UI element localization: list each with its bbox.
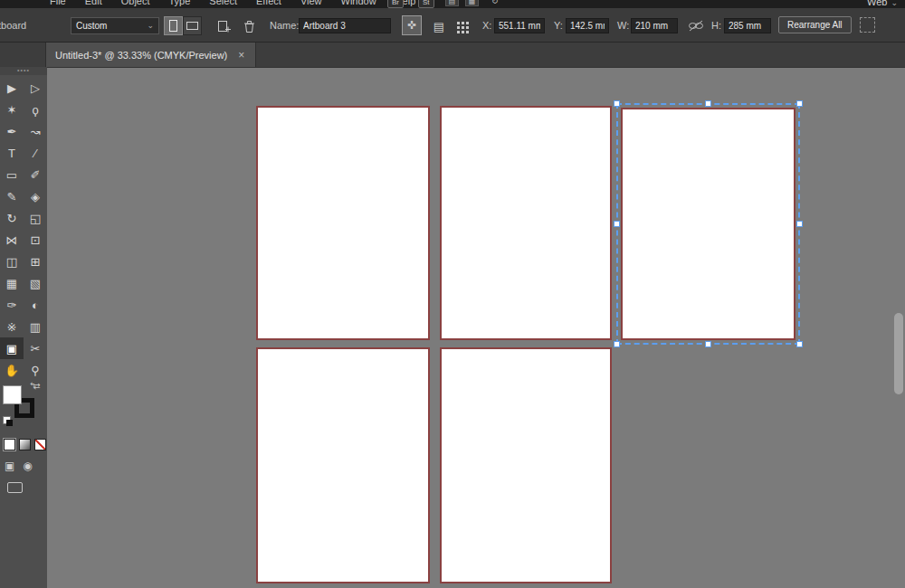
rectangle-tool[interactable]: ▭	[0, 164, 24, 185]
h-input[interactable]	[724, 18, 771, 33]
scale-tool[interactable]: ◱	[24, 207, 47, 229]
pencil-tool[interactable]: ✎	[0, 185, 24, 207]
artboard-control-bar: Artboard Custom ⌄ Name: ✜ ▤ X:	[0, 8, 905, 43]
arrange-documents-icon[interactable]: ▤	[445, 0, 459, 6]
eraser-tool[interactable]: ◈	[24, 185, 47, 207]
hand-tool[interactable]: ✋	[0, 359, 24, 381]
selection-handle[interactable]	[614, 221, 620, 227]
menu-edit[interactable]: Edit	[85, 0, 102, 6]
selection-handle[interactable]	[614, 341, 620, 347]
draw-behind-icon[interactable]: ◉	[23, 460, 32, 472]
artboard-name-input[interactable]	[299, 18, 391, 33]
menu-view[interactable]: View	[300, 0, 322, 6]
draw-normal-icon[interactable]: ▣	[5, 460, 14, 472]
direct-selection-tool[interactable]: ▷	[24, 77, 47, 99]
selection-handle[interactable]	[705, 100, 711, 107]
illustrator-window: File Edit Object Type Select Effect View…	[0, 0, 905, 588]
eyedropper-tool[interactable]: ✑	[0, 294, 24, 316]
free-transform-tool[interactable]: ⊡	[24, 229, 47, 251]
perspective-grid-tool[interactable]: ⊞	[24, 251, 47, 272]
y-label: Y:	[554, 20, 563, 31]
panel-grip[interactable]: ••••	[0, 67, 47, 75]
document-tab[interactable]: Untitled-3* @ 33.33% (CMYK/Preview) ×	[45, 43, 256, 67]
artboard-tool[interactable]: ▣	[0, 337, 24, 359]
change-screen-mode-button[interactable]	[7, 482, 23, 493]
delete-artboard-button[interactable]	[239, 16, 259, 36]
lasso-tool[interactable]: ϙ	[24, 99, 47, 120]
column-graph-tool[interactable]: ▥	[24, 316, 47, 337]
fill-swatch[interactable]	[3, 385, 22, 404]
line-segment-tool[interactable]: ∕	[24, 142, 47, 164]
menu-effect[interactable]: Effect	[256, 0, 281, 6]
selection-tool[interactable]: ▶	[0, 77, 24, 99]
w-label: W:	[617, 20, 629, 31]
grid-icon[interactable]	[457, 22, 460, 24]
zoom-tool[interactable]: ⚲	[24, 359, 47, 381]
artboard-3[interactable]	[621, 108, 795, 340]
stock-button[interactable]: St	[418, 0, 434, 8]
name-label: Name:	[270, 20, 299, 31]
type-tool[interactable]: T	[0, 142, 24, 164]
blend-tool[interactable]: ◐	[24, 294, 47, 316]
artboard-preset-select[interactable]: Custom ⌄	[71, 17, 159, 34]
pen-tool[interactable]: ✒	[0, 120, 24, 142]
mesh-tool[interactable]: ▦	[0, 272, 24, 294]
slice-tool[interactable]: ✂	[24, 337, 47, 359]
w-input[interactable]	[631, 18, 678, 33]
magic-wand-tool[interactable]: ✶	[0, 99, 24, 120]
move-artwork-toggle[interactable]: ✜	[402, 15, 422, 35]
selection-handle[interactable]	[796, 341, 803, 347]
menu-object[interactable]: Object	[121, 0, 150, 6]
portrait-button[interactable]	[164, 16, 183, 35]
y-input[interactable]	[566, 18, 609, 33]
vertical-scrollbar-thumb[interactable]	[894, 313, 903, 394]
swap-fill-stroke-icon[interactable]: ⇄	[33, 382, 41, 391]
gradient-tool[interactable]: ▧	[24, 272, 47, 294]
paintbrush-tool[interactable]: ✐	[24, 164, 47, 185]
bridge-button[interactable]: Br	[387, 0, 404, 8]
default-fill-stroke-icon[interactable]	[3, 416, 11, 424]
h-label: H:	[711, 20, 721, 31]
menu-type[interactable]: Type	[169, 0, 191, 6]
artboard-5[interactable]	[440, 347, 612, 583]
x-input[interactable]	[494, 18, 545, 33]
artboard-2[interactable]	[440, 106, 612, 340]
tools-grid: ▶ ▷ ✶ ϙ ✒ ↝ T ∕ ▭ ✐ ✎ ◈ ↻ ◱ ⋈ ⊡ ◫ ⊞ ▦ ▧ …	[0, 77, 47, 381]
color-mode-row	[4, 439, 46, 450]
preset-value: Custom	[76, 21, 107, 31]
orientation-group	[164, 16, 202, 35]
shape-builder-tool[interactable]: ◫	[0, 251, 24, 272]
artboard-options-button[interactable]: ▤	[429, 16, 449, 36]
chevron-down-icon: ⌄	[891, 0, 898, 7]
rearrange-all-button[interactable]: Rearrange All	[778, 16, 852, 33]
menu-file[interactable]: File	[50, 0, 66, 6]
landscape-icon	[186, 22, 198, 30]
menu-window[interactable]: Window	[341, 0, 376, 6]
selection-handle[interactable]	[705, 341, 711, 347]
new-artboard-button[interactable]	[214, 16, 233, 36]
symbol-sprayer-tool[interactable]: ※	[0, 316, 24, 337]
screen-mode-icon[interactable]: ▦	[465, 0, 479, 6]
artboard-bounds-icon[interactable]	[860, 17, 875, 33]
none-button[interactable]	[34, 439, 46, 450]
new-artboard-icon	[217, 20, 231, 33]
width-tool[interactable]: ⋈	[0, 229, 24, 251]
rotate-tool[interactable]: ↻	[0, 207, 24, 229]
selection-handle[interactable]	[796, 221, 803, 227]
trash-icon	[243, 20, 255, 33]
link-dimensions-icon[interactable]	[688, 20, 704, 33]
curvature-tool[interactable]: ↝	[24, 120, 47, 142]
landscape-button[interactable]	[183, 16, 202, 35]
menu-select[interactable]: Select	[209, 0, 237, 6]
artboard-1[interactable]	[256, 106, 430, 340]
close-tab-icon[interactable]: ×	[238, 49, 244, 62]
move-crosshair-icon: ✜	[407, 19, 416, 32]
selection-handle[interactable]	[614, 100, 620, 107]
selection-handle[interactable]	[796, 100, 803, 107]
canvas-pasteboard[interactable]	[47, 67, 905, 588]
sync-icon[interactable]: ↻	[491, 0, 499, 5]
workspace-switcher[interactable]: Web⌄	[867, 0, 898, 7]
artboard-4[interactable]	[256, 347, 430, 583]
gradient-button[interactable]	[19, 439, 31, 450]
color-button[interactable]	[4, 439, 15, 450]
